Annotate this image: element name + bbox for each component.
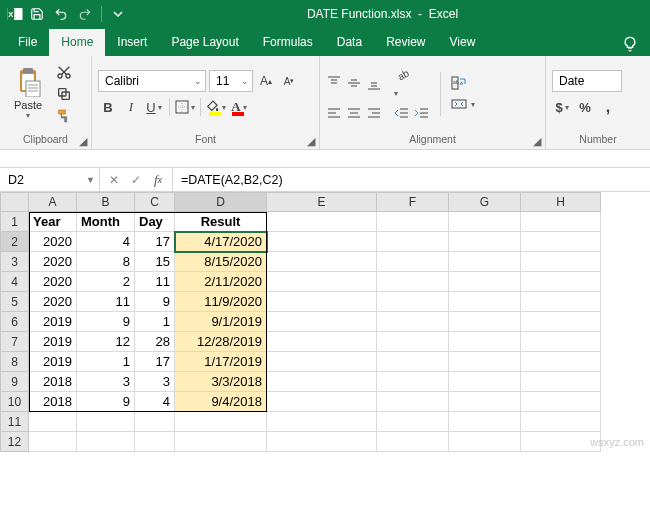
cell-C4[interactable]: 11 [135,272,175,292]
cell-H1[interactable] [521,212,601,232]
cell-F8[interactable] [377,352,449,372]
tab-insert[interactable]: Insert [105,29,159,56]
col-header-F[interactable]: F [377,193,449,212]
cell-D7[interactable]: 12/28/2019 [175,332,267,352]
cell-D9[interactable]: 3/3/2018 [175,372,267,392]
percent-format-icon[interactable]: % [575,97,595,117]
copy-icon[interactable] [54,85,74,103]
formula-input[interactable]: =DATE(A2,B2,C2) [173,168,650,191]
cell-F3[interactable] [377,252,449,272]
cell-F7[interactable] [377,332,449,352]
cell-B3[interactable]: 8 [77,252,135,272]
cell-D12[interactable] [175,432,267,452]
cell-F4[interactable] [377,272,449,292]
cell-B10[interactable]: 9 [77,392,135,412]
cell-A4[interactable]: 2020 [29,272,77,292]
cell-A5[interactable]: 2020 [29,292,77,312]
cell-G4[interactable] [449,272,521,292]
decrease-font-icon[interactable]: A▾ [279,71,299,91]
cell-E6[interactable] [267,312,377,332]
align-left-icon[interactable] [326,105,342,121]
cell-D1[interactable]: Result [175,212,267,232]
cell-B5[interactable]: 11 [77,292,135,312]
cell-C7[interactable]: 28 [135,332,175,352]
cell-E1[interactable] [267,212,377,232]
bold-button[interactable]: B [98,97,118,117]
cell-C8[interactable]: 17 [135,352,175,372]
cell-A3[interactable]: 2020 [29,252,77,272]
cell-D11[interactable] [175,412,267,432]
clipboard-dialog-launcher-icon[interactable]: ◢ [77,135,89,147]
tell-me-icon[interactable] [618,32,642,56]
orientation-icon[interactable]: ab▾ [394,66,410,100]
tab-review[interactable]: Review [374,29,437,56]
font-dialog-launcher-icon[interactable]: ◢ [305,135,317,147]
cell-E11[interactable] [267,412,377,432]
cell-C9[interactable]: 3 [135,372,175,392]
cell-C2[interactable]: 17 [135,232,175,252]
row-header-5[interactable]: 5 [1,292,29,312]
cell-F6[interactable] [377,312,449,332]
cell-A1[interactable]: Year [29,212,77,232]
cell-C6[interactable]: 1 [135,312,175,332]
cell-A9[interactable]: 2018 [29,372,77,392]
cell-A6[interactable]: 2019 [29,312,77,332]
underline-button[interactable]: U▾ [144,97,164,117]
align-middle-icon[interactable] [346,75,362,91]
format-painter-icon[interactable] [54,107,74,125]
cell-H12[interactable] [521,432,601,452]
col-header-C[interactable]: C [135,193,175,212]
align-top-icon[interactable] [326,75,342,91]
tab-view[interactable]: View [438,29,488,56]
redo-icon[interactable] [74,3,96,25]
cell-F2[interactable] [377,232,449,252]
cell-A2[interactable]: 2020 [29,232,77,252]
cell-H11[interactable] [521,412,601,432]
cell-D8[interactable]: 1/17/2019 [175,352,267,372]
col-header-B[interactable]: B [77,193,135,212]
cell-H8[interactable] [521,352,601,372]
name-box[interactable]: D2▼ [0,168,100,191]
cell-G1[interactable] [449,212,521,232]
merge-center-button[interactable]: ▾ [451,96,475,112]
align-center-icon[interactable] [346,105,362,121]
cell-F10[interactable] [377,392,449,412]
cell-B4[interactable]: 2 [77,272,135,292]
cell-E4[interactable] [267,272,377,292]
cell-H7[interactable] [521,332,601,352]
save-icon[interactable] [26,3,48,25]
cell-C3[interactable]: 15 [135,252,175,272]
font-name-combo[interactable]: Calibri⌄ [98,70,206,92]
cell-A8[interactable]: 2019 [29,352,77,372]
cell-E5[interactable] [267,292,377,312]
cell-G2[interactable] [449,232,521,252]
col-header-H[interactable]: H [521,193,601,212]
row-header-7[interactable]: 7 [1,332,29,352]
decrease-indent-icon[interactable] [394,105,410,121]
cell-G7[interactable] [449,332,521,352]
row-header-8[interactable]: 8 [1,352,29,372]
cell-A11[interactable] [29,412,77,432]
tab-home[interactable]: Home [49,29,105,56]
cell-H5[interactable] [521,292,601,312]
qat-customize-icon[interactable] [107,3,129,25]
cell-B9[interactable]: 3 [77,372,135,392]
cell-D5[interactable]: 11/9/2020 [175,292,267,312]
cell-C1[interactable]: Day [135,212,175,232]
select-all-cell[interactable] [1,193,29,212]
cell-F9[interactable] [377,372,449,392]
accounting-format-icon[interactable]: $▾ [552,97,572,117]
cell-F11[interactable] [377,412,449,432]
cell-G10[interactable] [449,392,521,412]
align-bottom-icon[interactable] [366,75,382,91]
cell-C12[interactable] [135,432,175,452]
cell-H6[interactable] [521,312,601,332]
row-header-4[interactable]: 4 [1,272,29,292]
cell-G11[interactable] [449,412,521,432]
alignment-dialog-launcher-icon[interactable]: ◢ [531,135,543,147]
cell-G6[interactable] [449,312,521,332]
col-header-D[interactable]: D [175,193,267,212]
cell-D10[interactable]: 9/4/2018 [175,392,267,412]
cell-E9[interactable] [267,372,377,392]
cell-H3[interactable] [521,252,601,272]
